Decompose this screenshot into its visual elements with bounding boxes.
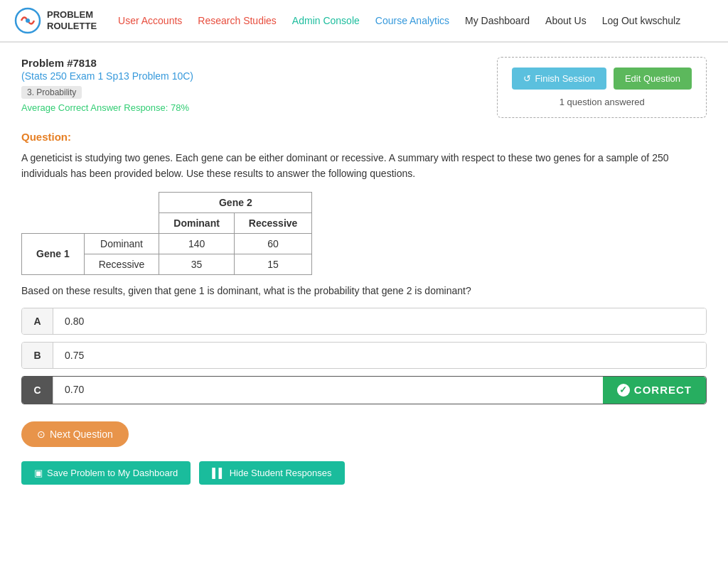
question-text: A geneticist is studying two genes. Each… — [21, 150, 707, 182]
table-row2-v2: 15 — [234, 254, 312, 274]
followup-text: Based on these results, given that gene … — [21, 285, 707, 296]
problem-number: Problem #7818 — [21, 57, 193, 69]
logo-text: PROBLEM ROULETTE — [47, 9, 97, 31]
session-buttons: ↺ Finish Session Edit Question — [512, 68, 692, 90]
nav-logout[interactable]: Log Out kwschulz — [602, 15, 681, 26]
nav-about-us[interactable]: About Us — [545, 15, 587, 26]
logo: PROBLEM ROULETTE — [14, 7, 97, 34]
problem-tag: 3. Probability — [21, 86, 82, 99]
questions-answered: 1 question answered — [512, 97, 692, 107]
nav-course-analytics[interactable]: Course Analytics — [375, 15, 449, 26]
svg-point-1 — [26, 18, 30, 23]
answer-options: A 0.80 B 0.75 C 0.70 ✓ CORRECT — [21, 308, 707, 404]
nav-user-accounts[interactable]: User Accounts — [118, 15, 182, 26]
gene-table: Gene 2 Dominant Recessive Gene 1 Dominan… — [21, 192, 312, 275]
logo-icon — [14, 7, 41, 34]
answer-text-b: 0.75 — [53, 343, 706, 368]
table-row2-v1: 35 — [159, 254, 235, 274]
table-row2-label: Recessive — [84, 254, 159, 274]
nav-research-studies[interactable]: Research Studies — [198, 15, 277, 26]
avg-correct: Average Correct Answer Response: 78% — [21, 102, 193, 113]
refresh-icon: ↺ — [523, 73, 531, 84]
answer-text-c: 0.70 — [53, 377, 603, 404]
table-row1-label: Dominant — [84, 233, 159, 254]
answer-letter-b: B — [22, 343, 53, 368]
answer-option-a[interactable]: A 0.80 — [21, 308, 707, 335]
answer-option-b[interactable]: B 0.75 — [21, 342, 707, 369]
problem-info: Problem #7818 (Stats 250 Exam 1 Sp13 Pro… — [21, 57, 193, 113]
answer-letter-c: C — [22, 377, 53, 404]
answer-text-a: 0.80 — [53, 308, 706, 334]
bottom-row: ▣ Save Problem to My Dashboard ▌▌ Hide S… — [21, 461, 707, 485]
table-gene1-label: Gene 1 — [22, 233, 85, 274]
checkmark-icon: ✓ — [617, 384, 630, 397]
answer-option-c[interactable]: C 0.70 ✓ CORRECT — [21, 376, 707, 404]
problem-header: Problem #7818 (Stats 250 Exam 1 Sp13 Pro… — [21, 57, 707, 118]
table-subheader-recessive: Recessive — [234, 212, 312, 233]
table-row1-v1: 140 — [159, 233, 235, 254]
finish-session-button[interactable]: ↺ Finish Session — [512, 68, 606, 90]
main-content: Problem #7818 (Stats 250 Exam 1 Sp13 Pro… — [0, 43, 728, 499]
navbar: PROBLEM ROULETTE User Accounts Research … — [0, 0, 728, 43]
nav-my-dashboard[interactable]: My Dashboard — [465, 15, 530, 26]
action-row: ⊙ Next Question — [21, 421, 707, 447]
table-row1-v2: 60 — [234, 233, 312, 254]
table-header-gene2: Gene 2 — [159, 192, 312, 212]
hide-responses-button[interactable]: ▌▌ Hide Student Responses — [199, 461, 344, 485]
save-problem-button[interactable]: ▣ Save Problem to My Dashboard — [21, 461, 191, 485]
nav-admin-console[interactable]: Admin Console — [292, 15, 360, 26]
session-box: ↺ Finish Session Edit Question 1 questio… — [497, 57, 707, 118]
answer-letter-a: A — [22, 308, 53, 334]
question-label: Question: — [21, 131, 707, 143]
arrow-icon: ⊙ — [37, 429, 46, 440]
nav-links: User Accounts Research Studies Admin Con… — [118, 15, 714, 26]
bookmark-icon: ▣ — [34, 468, 43, 478]
edit-question-button[interactable]: Edit Question — [614, 68, 692, 90]
correct-badge: ✓ CORRECT — [603, 377, 706, 404]
problem-title: (Stats 250 Exam 1 Sp13 Problem 10C) — [21, 70, 193, 82]
chart-icon: ▌▌ — [212, 468, 225, 478]
next-question-button[interactable]: ⊙ Next Question — [21, 421, 129, 447]
table-subheader-dominant: Dominant — [159, 212, 235, 233]
